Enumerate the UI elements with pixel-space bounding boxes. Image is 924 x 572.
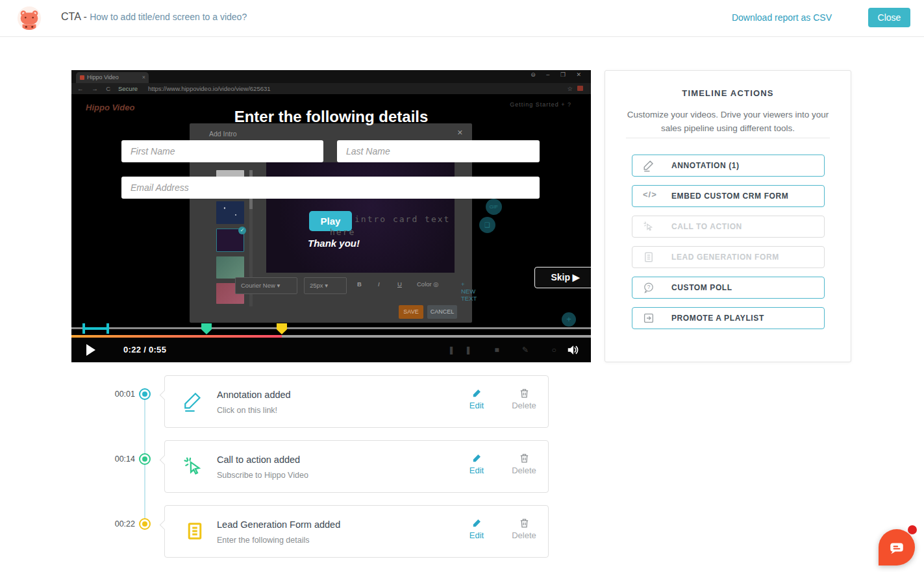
- play-control-icon[interactable]: [86, 344, 95, 356]
- template-thumbnail: [216, 256, 244, 279]
- code-icon: </>: [643, 190, 655, 203]
- page-title: CTA - How to add title/end screen to a v…: [61, 11, 247, 23]
- action-label: PROMOTE A PLAYLIST: [671, 314, 764, 323]
- promote-playlist-action-button[interactable]: PROMOTE A PLAYLIST: [632, 307, 825, 329]
- first-name-input[interactable]: [121, 140, 323, 162]
- annotation-action-button[interactable]: ANNOTATION (1): [632, 155, 825, 177]
- recorded-add-icon: +: [562, 312, 576, 327]
- bookmark-star-icon: ☆: [567, 83, 573, 94]
- timeline-actions-panel: TIMELINE ACTIONS Customize your videos. …: [605, 70, 851, 362]
- event-subtitle: Subscribe to Hippo Video: [217, 471, 308, 480]
- trash-icon: [519, 388, 530, 399]
- hippo-logo-icon: [17, 6, 42, 31]
- pencil-icon: [182, 390, 205, 414]
- custom-poll-action-button[interactable]: ? CUSTOM POLL: [632, 277, 825, 299]
- check-icon: ✓: [238, 227, 246, 234]
- event-dot[interactable]: [139, 388, 151, 400]
- embed-crm-form-action-button[interactable]: </> EMBED CUSTOM CRM FORM: [632, 185, 825, 207]
- delete-button[interactable]: Delete: [509, 388, 539, 410]
- edit-label: Edit: [462, 466, 492, 475]
- color-button: Color ◎: [417, 280, 439, 288]
- intro-card-placeholder-text2: here: [330, 227, 355, 237]
- tab-close-icon: ×: [142, 72, 145, 83]
- edit-label: Edit: [462, 530, 492, 540]
- new-text-button: + NEW TEXT: [461, 280, 477, 302]
- close-button[interactable]: Close: [868, 8, 910, 27]
- panel-title: TIMELINE ACTIONS: [605, 88, 851, 98]
- action-label: CALL TO ACTION: [671, 222, 742, 231]
- edit-pencil-icon: [471, 453, 482, 464]
- delete-button[interactable]: Delete: [509, 453, 539, 475]
- box-arrow-icon: [643, 312, 655, 325]
- save-button-dimmed: SAVE: [399, 305, 423, 319]
- timeline-marker[interactable]: [277, 323, 287, 334]
- chat-launcher-button[interactable]: [879, 529, 915, 566]
- recorded-address-bar: ← → C Secure https://www.hippovideo.io/v…: [71, 83, 591, 94]
- scrubber-track[interactable]: [71, 327, 591, 329]
- delete-label: Delete: [509, 401, 539, 410]
- skip-button[interactable]: Skip ▶: [534, 267, 591, 288]
- action-label: LEAD GENERATION FORM: [671, 253, 779, 262]
- lead-generation-form-action-button: LEAD GENERATION FORM: [632, 246, 825, 268]
- event-title: Call to action added: [217, 454, 300, 465]
- time-display: 0:22 / 0:55: [123, 338, 166, 362]
- event-card-cta: Call to action added Subscribe to Hippo …: [164, 440, 549, 493]
- email-input[interactable]: [121, 177, 540, 199]
- notification-dot: [908, 525, 917, 534]
- tab-label: Hippo Video: [87, 74, 119, 81]
- download-csv-link[interactable]: Download report as CSV: [732, 12, 832, 23]
- trash-icon: [519, 517, 530, 528]
- question-bubble-icon: ?: [643, 281, 655, 294]
- event-title: Lead Generation Form added: [217, 519, 340, 530]
- recorded-browser-tabbar: Hippo Video × ⊖ – ❐ ✕: [71, 70, 591, 83]
- cursor-click-icon: [182, 455, 205, 479]
- delete-button[interactable]: Delete: [509, 517, 539, 540]
- bold-button: B: [357, 280, 362, 288]
- edit-button[interactable]: Edit: [462, 517, 492, 540]
- last-name-input[interactable]: [337, 140, 540, 162]
- browser-nav-icons: ← → C: [77, 83, 114, 94]
- event-subtitle: Click on this link!: [217, 406, 277, 415]
- document-icon: [185, 520, 207, 543]
- annotation-range-marker[interactable]: [82, 323, 110, 334]
- panel-description: Customize your videos. Drive your viewer…: [623, 108, 832, 135]
- event-card-leadgen: Lead Generation Form added Enter the fol…: [164, 505, 549, 558]
- window-controls-icons: ⊖ – ❐ ✕: [531, 71, 586, 78]
- action-label: EMBED CUSTOM CRM FORM: [671, 192, 788, 201]
- delete-label: Delete: [509, 466, 539, 475]
- underline-button: U: [397, 280, 402, 288]
- recorded-widget-icon: ❑: [479, 217, 495, 233]
- intro-card-placeholder-text: intro card text: [355, 214, 450, 224]
- italic-button: I: [378, 280, 380, 288]
- cursor-click-icon: [643, 220, 655, 233]
- video-title: How to add title/end screen to a video?: [90, 12, 247, 22]
- site-header-links: Getting Started + ?: [510, 101, 571, 108]
- video-player: Hippo Video × ⊖ – ❐ ✕ ← → C Secure https…: [71, 70, 591, 362]
- action-label: ANNOTATION (1): [671, 161, 740, 170]
- edit-button[interactable]: Edit: [462, 388, 492, 410]
- recorded-widget-icon: GIF: [486, 199, 502, 215]
- font-family-select: Courier New ▾: [235, 277, 297, 294]
- leadgen-form-title: Enter the following details: [71, 108, 591, 126]
- event-subtitle: Enter the following details: [217, 536, 309, 545]
- font-size-select: 25px ▾: [304, 277, 347, 294]
- edit-button[interactable]: Edit: [462, 453, 492, 475]
- template-thumbnail-selected: ✓: [216, 229, 244, 252]
- thank-you-text: Thank you!: [308, 238, 360, 249]
- event-dot[interactable]: [139, 518, 151, 530]
- event-time: 00:14: [103, 454, 135, 464]
- recorded-browser-tab: Hippo Video ×: [76, 72, 149, 83]
- dialog-title: Add Intro: [209, 130, 237, 138]
- trash-icon: [519, 453, 530, 464]
- volume-icon[interactable]: [566, 343, 581, 357]
- dialog-close-icon: ✕: [457, 129, 463, 137]
- page: CTA - How to add title/end screen to a v…: [0, 0, 924, 572]
- header: CTA - How to add title/end screen to a v…: [0, 0, 924, 37]
- title-prefix: CTA -: [61, 11, 90, 22]
- extension-icon: [577, 86, 583, 91]
- timeline-marker[interactable]: [201, 323, 212, 334]
- event-time: 00:22: [103, 519, 135, 528]
- event-dot[interactable]: [139, 453, 151, 465]
- tab-favicon-icon: [80, 75, 84, 80]
- edit-label: Edit: [462, 401, 492, 410]
